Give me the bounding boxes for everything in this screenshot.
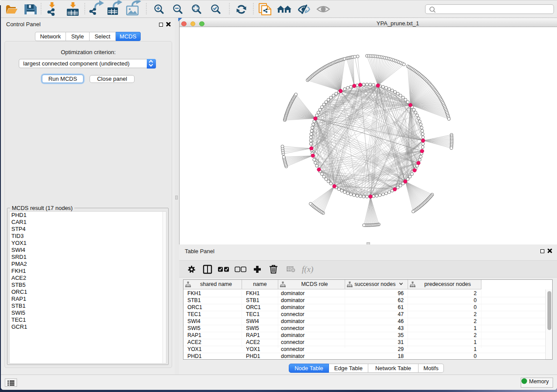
svg-text:f(x): f(x): [302, 265, 313, 274]
